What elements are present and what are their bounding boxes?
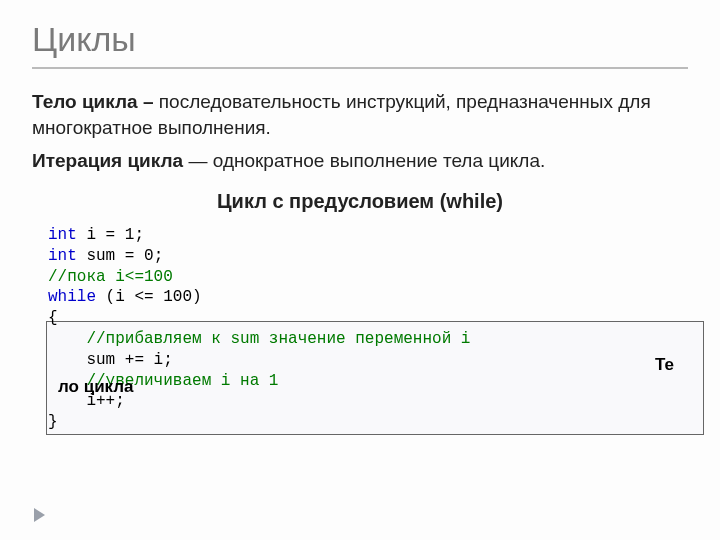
term-iteration: Итерация цикла	[32, 150, 183, 171]
loop-body-label-part1: Те	[655, 355, 674, 375]
term-iteration-text: — однократное выполнение тела цикла.	[183, 150, 545, 171]
triangle-icon	[34, 508, 45, 522]
section-heading: Цикл с предусловием (while)	[32, 190, 688, 213]
slide: Циклы Тело цикла – последовательность ин…	[0, 0, 720, 540]
code-text: int i = 1; int sum = 0; //пока i<=100 wh…	[48, 225, 680, 433]
page-title: Циклы	[32, 20, 688, 69]
definition-body: Тело цикла – последовательность инструкц…	[32, 89, 688, 140]
term-body: Тело цикла –	[32, 91, 159, 112]
loop-body-label-part2: ло цикла	[58, 377, 134, 397]
definition-iteration: Итерация цикла — однократное выполнение …	[32, 148, 688, 174]
code-block: Те ло цикла int i = 1; int sum = 0; //по…	[48, 225, 680, 433]
